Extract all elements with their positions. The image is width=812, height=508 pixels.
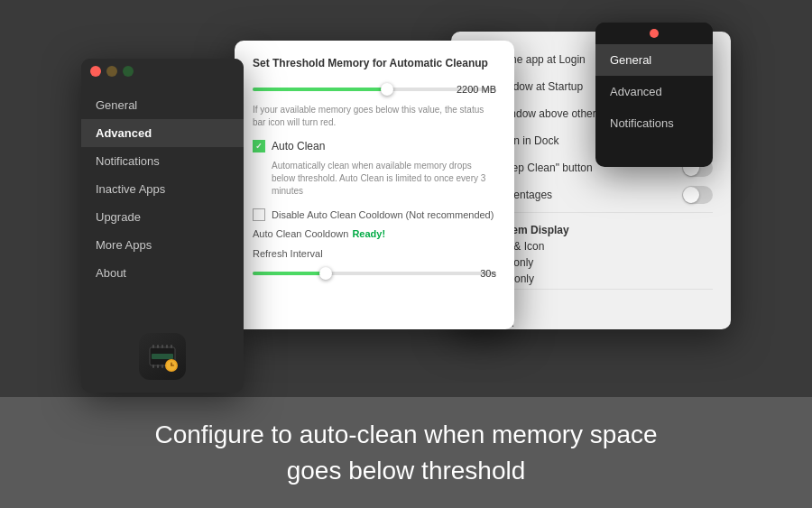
bottom-banner: Configure to auto-clean when memory spac… [0, 397, 812, 508]
traffic-green[interactable] [123, 66, 134, 77]
sidebar-advanced-label: Advanced [96, 126, 152, 140]
nav-notifications-label: Notifications [610, 116, 674, 130]
cooldown-status-row: Auto Clean Cooldown Ready! [253, 228, 496, 239]
sidebar-about-label: About [96, 266, 126, 280]
app-icon-svg [144, 338, 180, 374]
auto-clean-label: Auto Clean [272, 140, 325, 152]
svg-rect-6 [152, 365, 154, 368]
sidebar-titlebar [81, 59, 244, 84]
refresh-slider-thumb[interactable] [319, 267, 332, 280]
refresh-interval-label: Refresh Interval [253, 248, 496, 259]
svg-rect-8 [161, 365, 163, 368]
nav-item-general[interactable]: General [595, 44, 713, 76]
sidebar-more-apps-label: More Apps [96, 238, 152, 252]
nav-item-notifications[interactable]: Notifications [595, 107, 713, 139]
advanced-panel-title: Set Threshold Memory for Automatic Clean… [253, 57, 496, 69]
sidebar-notifications-label: Notifications [96, 154, 160, 168]
sidebar-menu: General Advanced Notifications Inactive … [81, 84, 244, 294]
svg-rect-1 [152, 345, 154, 348]
auto-clean-checkbox[interactable] [253, 140, 265, 152]
nav-close-dot[interactable] [650, 29, 659, 38]
app-area: Launch the app at Login Hide Window at S… [0, 0, 812, 397]
sidebar-inactive-apps-label: Inactive Apps [96, 182, 165, 196]
nav-item-advanced[interactable]: Advanced [595, 76, 713, 107]
nav-window: General Advanced Notifications [595, 23, 713, 167]
refresh-slider-fill [253, 272, 326, 275]
app-icon-area [139, 333, 186, 380]
sidebar-item-more-apps[interactable]: More Apps [81, 231, 244, 259]
threshold-slider-container[interactable]: 2200 MB [253, 79, 496, 100]
cooldown-label: Auto Clean Cooldown [253, 228, 348, 239]
sidebar-item-general[interactable]: General [81, 91, 244, 119]
threshold-description: If your available memory goes below this… [253, 104, 496, 129]
disable-cooldown-label: Disable Auto Clean Cooldown (Not recomme… [272, 209, 494, 220]
sidebar-item-inactive-apps[interactable]: Inactive Apps [81, 175, 244, 203]
sidebar-item-upgrade[interactable]: Upgrade [81, 203, 244, 231]
svg-rect-2 [157, 345, 159, 348]
threshold-slider-thumb[interactable] [381, 83, 393, 96]
svg-rect-5 [171, 345, 172, 348]
threshold-value: 2200 MB [457, 84, 496, 95]
disable-cooldown-row[interactable]: Disable Auto Clean Cooldown (Not recomme… [253, 208, 496, 221]
advanced-window: Set Threshold Memory for Automatic Clean… [235, 41, 514, 329]
refresh-slider-container[interactable]: 30s [253, 264, 496, 282]
sidebar-item-notifications[interactable]: Notifications [81, 147, 244, 175]
svg-rect-4 [166, 345, 168, 348]
sidebar-upgrade-label: Upgrade [96, 210, 141, 224]
nav-general-label: General [610, 53, 651, 67]
auto-clean-description: Automatically clean when available memor… [272, 160, 496, 198]
traffic-yellow[interactable] [106, 66, 117, 77]
nav-advanced-label: Advanced [610, 85, 662, 98]
windows-container: Launch the app at Login Hide Window at S… [81, 23, 731, 383]
svg-rect-11 [152, 354, 173, 359]
bottom-text-line2: goes below threshold [287, 453, 526, 488]
svg-rect-7 [157, 365, 159, 368]
nav-titlebar [595, 23, 713, 44]
app-icon [139, 333, 186, 380]
traffic-red[interactable] [90, 66, 101, 77]
disable-cooldown-checkbox[interactable] [253, 208, 265, 221]
threshold-slider-fill [253, 88, 387, 91]
sidebar-window: General Advanced Notifications Inactive … [81, 59, 244, 393]
sidebar-general-label: General [96, 98, 137, 112]
sidebar-item-advanced[interactable]: Advanced [81, 119, 244, 147]
bottom-text-line1: Configure to auto-clean when memory spac… [154, 417, 657, 452]
refresh-value: 30s [480, 268, 496, 279]
sidebar-item-about[interactable]: About [81, 259, 244, 287]
cooldown-value: Ready! [352, 228, 385, 239]
use-percentages-toggle[interactable] [682, 186, 713, 204]
svg-rect-3 [161, 345, 163, 348]
auto-clean-row[interactable]: Auto Clean [253, 140, 496, 152]
